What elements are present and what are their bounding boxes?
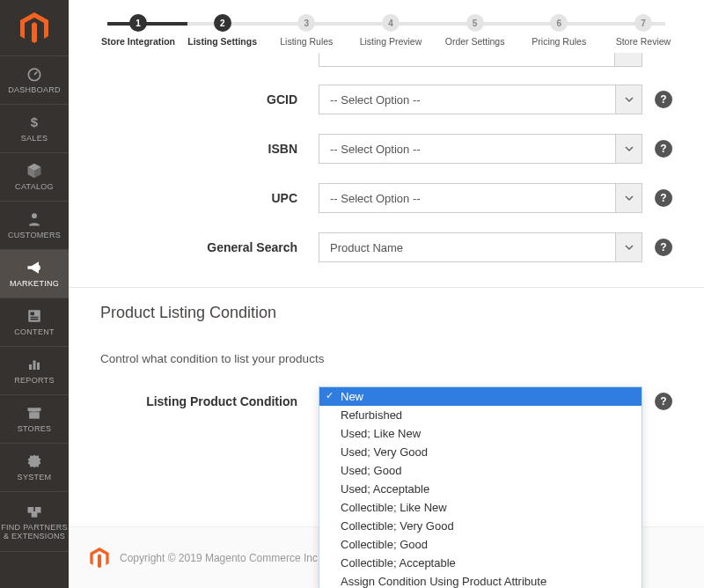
help-icon[interactable]: ? <box>655 189 672 207</box>
chevron-down-icon <box>615 135 642 163</box>
svg-rect-9 <box>37 363 40 370</box>
gear-icon <box>26 452 43 470</box>
step-label: Store Review <box>616 37 671 48</box>
sidebar-item-sales[interactable]: $ SALES <box>0 105 69 153</box>
section-desc-condition: Control what condition to list your prod… <box>100 352 672 365</box>
help-icon[interactable]: ? <box>655 140 672 158</box>
catalog-icon <box>26 162 43 180</box>
content-icon <box>26 307 43 325</box>
select-gcid[interactable]: -- Select Option -- <box>319 85 642 114</box>
sidebar-item-reports[interactable]: REPORTS <box>0 347 69 395</box>
step-label: Order Settings <box>445 37 505 48</box>
sidebar-item-label: CONTENT <box>14 328 55 336</box>
step-indicator: 3 <box>297 14 315 32</box>
field-label-upc: UPC <box>100 191 319 205</box>
field-label-isbn: ISBN <box>100 142 319 156</box>
dropdown-option[interactable]: Used; Very Good <box>319 443 642 461</box>
dollar-icon: $ <box>26 114 43 131</box>
dropdown-option[interactable]: Used; Good <box>319 461 642 480</box>
wizard-step-7[interactable]: 7Store Review <box>604 14 683 48</box>
sidebar-item-content[interactable]: CONTENT <box>0 298 69 347</box>
stores-icon <box>26 404 43 422</box>
sidebar-item-label: CATALOG <box>15 183 54 191</box>
sidebar-item-label: SALES <box>21 135 48 143</box>
chevron-down-icon <box>615 85 642 114</box>
sidebar-item-label: MARKETING <box>10 280 59 288</box>
svg-rect-4 <box>31 312 35 316</box>
dropdown-option[interactable]: Collectible; Acceptable <box>319 554 642 572</box>
select-value: Product Name <box>319 241 615 254</box>
sidebar-item-label: STORES <box>18 425 52 433</box>
select-isbn[interactable]: -- Select Option -- <box>319 134 642 164</box>
sidebar-item-label: SYSTEM <box>18 474 52 481</box>
step-label: Store Integration <box>101 37 175 48</box>
sidebar-item-customers[interactable]: CUSTOMERS <box>0 202 69 250</box>
help-icon[interactable]: ? <box>655 91 672 108</box>
svg-rect-5 <box>31 317 39 319</box>
section-divider <box>69 287 704 288</box>
partial-select-above[interactable] <box>319 53 642 67</box>
main-content: 1Store Integration2Listing Settings3List… <box>69 0 704 588</box>
sidebar-item-label: CUSTOMERS <box>8 232 61 239</box>
select-upc[interactable]: -- Select Option -- <box>319 183 642 213</box>
dropdown-listing-condition[interactable]: NewRefurbishedUsed; Like NewUsed; Very G… <box>319 386 642 588</box>
svg-rect-10 <box>29 412 40 419</box>
select-value: -- Select Option -- <box>319 93 615 107</box>
step-label: Pricing Rules <box>532 37 586 48</box>
dropdown-option[interactable]: Collectible; Good <box>319 535 642 554</box>
field-label-condition: Listing Product Condition <box>100 394 319 408</box>
footer-copyright: Copyright © 2019 Magento Commerce Inc. A <box>120 552 330 564</box>
customers-icon <box>26 210 43 228</box>
sidebar-item-label: REPORTS <box>14 377 54 385</box>
sidebar-item-marketing[interactable]: MARKETING <box>0 250 69 298</box>
magento-logo[interactable] <box>0 0 69 56</box>
select-value: -- Select Option -- <box>319 143 615 156</box>
form-area: GCID -- Select Option -- ? ISBN -- Selec… <box>69 46 704 416</box>
help-icon[interactable]: ? <box>655 393 672 410</box>
svg-text:$: $ <box>31 114 39 129</box>
sidebar-item-partners[interactable]: FIND PARTNERS & EXTENSIONS <box>0 492 69 552</box>
sidebar-item-stores[interactable]: STORES <box>0 395 69 444</box>
select-value: -- Select Option -- <box>319 192 615 205</box>
svg-rect-3 <box>28 311 40 323</box>
svg-rect-14 <box>32 511 38 518</box>
reports-icon <box>26 356 43 373</box>
sidebar-item-dashboard[interactable]: DASHBOARD <box>0 56 69 105</box>
svg-point-2 <box>32 214 37 219</box>
help-icon[interactable]: ? <box>655 239 672 256</box>
step-indicator: 1 <box>129 14 147 32</box>
partners-icon <box>26 503 43 520</box>
step-label: Listing Settings <box>187 37 257 48</box>
chevron-down-icon <box>615 184 642 212</box>
field-label-general-search: General Search <box>100 240 319 254</box>
megaphone-icon <box>26 259 43 276</box>
chevron-down-icon <box>615 233 642 261</box>
svg-rect-6 <box>31 319 39 320</box>
wizard-step-1[interactable]: 1Store Integration <box>99 14 178 48</box>
step-indicator: 5 <box>466 14 484 32</box>
wizard-step-2[interactable]: 2Listing Settings <box>183 14 262 48</box>
magento-logo-icon <box>90 548 109 569</box>
wizard-step-3[interactable]: 3Listing Rules <box>267 14 346 48</box>
dropdown-option[interactable]: Assign Condition Using Product Attribute <box>319 572 642 588</box>
dropdown-option[interactable]: New <box>319 387 642 406</box>
dropdown-option[interactable]: Used; Like New <box>319 424 642 443</box>
sidebar-item-catalog[interactable]: CATALOG <box>0 153 69 202</box>
sidebar-item-label: FIND PARTNERS & EXTENSIONS <box>0 524 69 540</box>
admin-sidebar: DASHBOARD $ SALES CATALOG CUSTOMERS MARK… <box>0 0 69 588</box>
wizard-step-6[interactable]: 6Pricing Rules <box>519 14 598 48</box>
dropdown-option[interactable]: Refurbished <box>319 406 642 424</box>
step-indicator: 7 <box>634 14 652 32</box>
dropdown-option[interactable]: Collectible; Very Good <box>319 517 642 535</box>
section-title-condition: Product Listing Condition <box>100 304 672 322</box>
dropdown-option[interactable]: Collectible; Like New <box>319 498 642 517</box>
wizard-step-5[interactable]: 5Order Settings <box>436 14 515 48</box>
step-label: Listing Preview <box>360 37 422 48</box>
wizard-step-4[interactable]: 4Listing Preview <box>351 14 430 48</box>
select-general-search[interactable]: Product Name <box>319 232 642 262</box>
sidebar-item-system[interactable]: SYSTEM <box>0 444 69 492</box>
step-indicator: 6 <box>550 14 568 32</box>
svg-rect-7 <box>29 364 32 370</box>
sidebar-item-label: DASHBOARD <box>8 86 61 94</box>
dropdown-option[interactable]: Used; Acceptable <box>319 480 642 498</box>
